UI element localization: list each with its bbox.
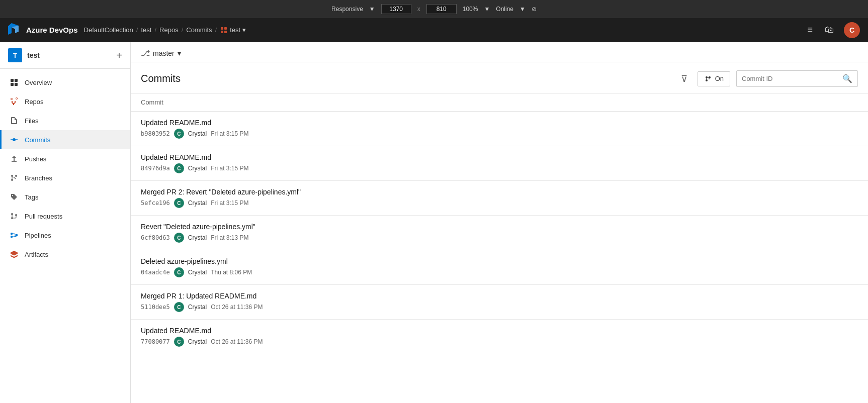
table-row[interactable]: Updated README.md b9803952 C Crystal Fri…: [131, 112, 868, 146]
author-name: Crystal: [188, 199, 207, 207]
author-avatar: C: [174, 129, 184, 139]
header-right: ≡ 🛍 C: [805, 22, 860, 38]
commit-hash: 04aadc4e: [141, 269, 170, 276]
repo-name: test: [230, 26, 240, 34]
sidebar-item-artifacts[interactable]: Artifacts: [0, 245, 130, 264]
sidebar-item-files[interactable]: Files: [0, 111, 130, 130]
ado-logo-text: Azure DevOps: [26, 26, 78, 34]
project-initial: T: [13, 52, 17, 59]
commit-id-input[interactable]: [737, 72, 837, 85]
commit-hash: 6cf80d63: [141, 234, 170, 241]
project-name-container: T test: [8, 48, 40, 62]
no-throttle-icon: ⊘: [532, 6, 537, 13]
commit-meta: 5efce196 C Crystal Fri at 3:15 PM: [141, 198, 858, 208]
breadcrumb-commits[interactable]: Commits: [186, 26, 212, 34]
dropdown-icon: ▼: [369, 6, 375, 13]
commit-hash: 5efce196: [141, 199, 170, 207]
sidebar-item-repos[interactable]: Repos: [0, 92, 130, 111]
svg-point-11: [11, 175, 13, 177]
commit-hash: 77080077: [141, 338, 170, 345]
filter-button[interactable]: ⊽: [677, 71, 691, 86]
commit-meta: 77080077 C Crystal Oct 26 at 11:36 PM: [141, 337, 858, 347]
work-items-icon[interactable]: ≡: [805, 23, 815, 37]
svg-rect-6: [11, 83, 14, 86]
table-row[interactable]: Merged PR 1: Updated README.md 5110dee5 …: [131, 285, 868, 320]
svg-rect-7: [15, 83, 18, 86]
sep1: /: [136, 26, 138, 34]
commit-message: Merged PR 1: Updated README.md: [141, 292, 858, 300]
author-name: Crystal: [188, 234, 207, 241]
on-toggle-button[interactable]: On: [698, 71, 730, 86]
branch-bar: ⎇ master ▾: [131, 42, 868, 62]
svg-point-14: [11, 213, 13, 215]
sidebar-item-commits[interactable]: Commits: [0, 130, 130, 149]
svg-point-16: [15, 214, 17, 216]
ado-logo-icon: [8, 23, 22, 37]
svg-rect-3: [224, 31, 227, 33]
commit-message: Updated README.md: [141, 327, 858, 335]
sidebar-item-pipelines[interactable]: Pipelines: [0, 226, 130, 245]
height-input[interactable]: [426, 4, 457, 14]
width-input[interactable]: [381, 4, 411, 14]
author-name: Crystal: [188, 130, 207, 137]
sidebar-item-overview[interactable]: Overview: [0, 73, 130, 92]
user-avatar[interactable]: C: [844, 22, 860, 38]
sidebar-item-pull-requests[interactable]: Pull requests: [0, 207, 130, 226]
sidebar-item-pushes[interactable]: Pushes: [0, 149, 130, 168]
sidebar-item-branches[interactable]: Branches: [0, 168, 130, 187]
on-label: On: [715, 75, 724, 82]
zoom-label: 100%: [463, 6, 478, 13]
svg-rect-4: [11, 79, 14, 82]
responsive-label: Responsive: [331, 6, 363, 13]
zoom-dropdown-icon: ▼: [484, 6, 490, 13]
page-header: Commits ⊽ On 🔍: [131, 62, 868, 93]
user-initial: C: [849, 26, 854, 34]
commit-time: Oct 26 at 11:36 PM: [211, 304, 263, 311]
svg-rect-18: [11, 236, 13, 238]
commit-message: Updated README.md: [141, 119, 858, 127]
table-row[interactable]: Merged PR 2: Revert "Deleted azure-pipel…: [131, 181, 868, 216]
sep3: /: [182, 26, 184, 34]
table-row[interactable]: Deleted azure-pipelines.yml 04aadc4e C C…: [131, 250, 868, 285]
branch-selector[interactable]: ⎇ master ▾: [141, 48, 181, 58]
breadcrumb-repos[interactable]: Repos: [159, 26, 179, 34]
pushes-icon: [10, 154, 19, 163]
table-row[interactable]: Updated README.md 84976d9a C Crystal Fri…: [131, 146, 868, 181]
branches-icon: [10, 173, 19, 182]
table-row[interactable]: Updated README.md 77080077 C Crystal Oct…: [131, 320, 868, 354]
files-icon: [10, 116, 19, 125]
commit-message: Deleted azure-pipelines.yml: [141, 257, 858, 265]
commit-message: Merged PR 2: Revert "Deleted azure-pipel…: [141, 188, 858, 196]
pull-requests-icon: [10, 212, 19, 221]
author-avatar: C: [174, 163, 184, 173]
author-avatar: C: [174, 267, 184, 277]
page-title: Commits: [141, 73, 181, 84]
repos-icon: [10, 97, 19, 106]
sep4: /: [215, 26, 217, 34]
table-row[interactable]: Revert "Deleted azure-pipelines.yml" 6cf…: [131, 216, 868, 250]
breadcrumb-test[interactable]: test: [141, 26, 151, 34]
commit-search-button[interactable]: 🔍: [837, 71, 857, 86]
sidebar-item-tags[interactable]: Tags: [0, 187, 130, 207]
shopping-bag-icon[interactable]: 🛍: [823, 23, 836, 37]
sidebar: T test + Overview Repos: [0, 42, 131, 403]
main-layout: T test + Overview Repos: [0, 42, 868, 403]
commit-time: Fri at 3:15 PM: [211, 165, 248, 172]
ado-header: Azure DevOps DefaultCollection / test / …: [0, 18, 868, 42]
commit-id-search: 🔍: [736, 70, 858, 87]
table-header: Commit: [131, 93, 868, 112]
add-project-button[interactable]: +: [116, 50, 122, 61]
author-name: Crystal: [188, 269, 207, 276]
sidebar-tags-label: Tags: [25, 193, 38, 201]
sidebar-overview-label: Overview: [25, 79, 52, 86]
sidebar-pull-requests-label: Pull requests: [25, 213, 62, 220]
sidebar-nav: Overview Repos Files Commi: [0, 69, 130, 268]
ado-logo[interactable]: Azure DevOps: [8, 23, 78, 37]
author-name: Crystal: [188, 304, 207, 311]
repo-selector[interactable]: test ▾: [220, 26, 246, 34]
breadcrumb-defaultcollection[interactable]: DefaultCollection: [84, 26, 133, 34]
sidebar-commits-label: Commits: [25, 136, 50, 144]
branch-name: master: [153, 49, 175, 57]
svg-rect-5: [15, 79, 18, 82]
pipelines-icon: [10, 231, 19, 240]
